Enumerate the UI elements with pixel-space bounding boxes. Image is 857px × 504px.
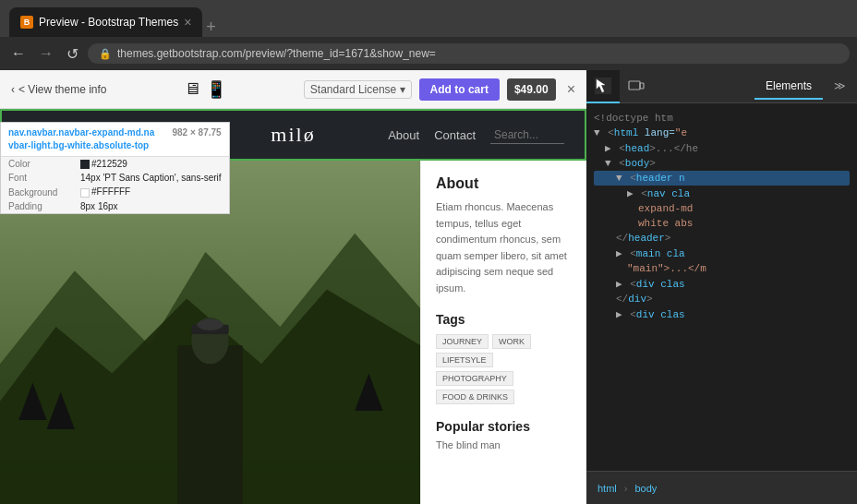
elements-tab[interactable]: Elements: [754, 74, 823, 100]
close-preview-button[interactable]: ×: [567, 81, 575, 98]
dom-div1[interactable]: ▶ <div clas: [594, 276, 850, 292]
site-brand: milø: [271, 123, 315, 147]
dom-div2[interactable]: ▶ <div clas: [594, 306, 850, 322]
nav-about-link[interactable]: About: [388, 128, 419, 142]
dom-body[interactable]: ▼ <body>: [594, 156, 850, 171]
nav-contact-link[interactable]: Contact: [434, 128, 476, 142]
desktop-icon[interactable]: 🖥: [184, 79, 200, 100]
tab-close-button[interactable]: ×: [184, 15, 191, 30]
tag-food[interactable]: FOOD & DRINKS: [436, 390, 514, 404]
tag-photography[interactable]: PHOTOGRAPHY: [436, 371, 513, 386]
dom-head[interactable]: ▶ <head>...</he: [594, 140, 850, 156]
dom-doctype: <!doctype htm: [594, 111, 850, 126]
browser-tabs: B Preview - Bootstrap Themes × +: [9, 0, 216, 37]
dom-nav-class1: expand-md: [594, 201, 850, 216]
new-tab-button[interactable]: +: [206, 18, 216, 37]
svg-rect-11: [629, 81, 640, 90]
tag-lifestyle[interactable]: LIFETSYLE: [436, 353, 493, 367]
active-tab[interactable]: B Preview - Bootstrap Themes ×: [9, 7, 202, 37]
dom-nav[interactable]: ▶ <nav cla: [594, 186, 850, 201]
inspector-font-row: Font 14px 'PT Sans Caption', sans-serif: [1, 171, 229, 185]
add-to-cart-button[interactable]: Add to cart: [419, 78, 500, 101]
back-button[interactable]: ←: [7, 43, 30, 64]
tablet-icon[interactable]: 📱: [206, 79, 226, 100]
dom-main[interactable]: ▶ <main cla: [594, 246, 850, 261]
bg-swatch: [80, 188, 90, 198]
more-tabs-button[interactable]: ≫: [823, 74, 857, 100]
forward-button[interactable]: →: [35, 43, 57, 64]
popular-stories-title: Popular stories: [436, 419, 572, 434]
price-badge: $49.00: [507, 78, 556, 101]
inspector-selector-text: nav.navbar.navbar-expand-md.navbar-light…: [8, 127, 154, 150]
url-text: themes.getbootstrap.com/preview/?theme_i…: [117, 47, 436, 60]
inspector-color-row: Color #212529: [1, 157, 229, 171]
view-theme-label: < View theme info: [18, 83, 107, 96]
dom-header[interactable]: ▼ <header n: [594, 171, 850, 186]
dom-main-content: "main">...</m: [594, 261, 850, 276]
devtools-panel: Elements ≫ <!doctype htm ▼ <html lang="e…: [586, 70, 857, 504]
themes-toolbar: ‹ < View theme info 🖥 📱 Standard License…: [0, 70, 586, 109]
site-right-col: About Etiam rhoncus. Maecenas tempus, te…: [420, 161, 586, 504]
address-bar[interactable]: 🔒 themes.getbootstrap.com/preview/?theme…: [88, 43, 850, 64]
device-toggle-icon: [628, 78, 645, 95]
main-area: ‹ < View theme info 🖥 📱 Standard License…: [0, 70, 857, 504]
dom-arrow[interactable]: ▼: [594, 127, 600, 138]
lock-icon: 🔒: [99, 48, 112, 60]
refresh-button[interactable]: ↺: [63, 43, 82, 65]
license-select[interactable]: Standard License ▾: [304, 80, 412, 99]
inspector-selector: 982 × 87.75 nav.navbar.navbar-expand-md.…: [1, 123, 229, 157]
inspector-dimensions: 982 × 87.75: [173, 126, 222, 139]
browser-chrome: B Preview - Bootstrap Themes × +: [0, 0, 857, 37]
inspector-background-row: Background #FFFFFF: [1, 185, 229, 198]
dom-html[interactable]: ▼ <html lang="e: [594, 126, 850, 140]
element-picker-icon: [595, 78, 611, 94]
view-theme-info-button[interactable]: ‹ < View theme info: [11, 83, 107, 96]
dom-div1-close: </div>: [594, 292, 850, 306]
element-picker-button[interactable]: [586, 70, 620, 103]
nav-search-input[interactable]: [490, 126, 564, 144]
color-swatch: [80, 160, 90, 169]
about-text: Etiam rhoncus. Maecenas tempus, tellus e…: [436, 199, 572, 297]
tag-work[interactable]: WORK: [492, 334, 531, 349]
tag-journey[interactable]: JOURNEY: [436, 334, 489, 349]
devtools-breadcrumb: html › body: [586, 471, 857, 504]
breadcrumb-body[interactable]: body: [634, 483, 657, 494]
dom-nav-class2: white abs: [594, 216, 850, 231]
dom-header-close: </header>: [594, 231, 850, 246]
device-icons: 🖥 📱: [184, 79, 226, 100]
svg-rect-12: [640, 83, 644, 89]
inspector-padding-row: Padding 8px 16px: [1, 199, 229, 213]
device-toggle-button[interactable]: [620, 70, 653, 103]
svg-point-9: [197, 319, 223, 330]
view-theme-icon: ‹: [11, 83, 15, 96]
breadcrumb-html[interactable]: html: [597, 483, 617, 494]
tags-title: Tags: [436, 312, 572, 327]
devtools-toolbar: Elements ≫: [586, 70, 857, 103]
inspector-popup: 982 × 87.75 nav.navbar.navbar-expand-md.…: [0, 122, 230, 214]
preview-pane: ‹ < View theme info 🖥 📱 Standard License…: [0, 70, 586, 504]
svg-rect-6: [177, 345, 243, 504]
tab-favicon: B: [20, 16, 33, 29]
popular-story-item: The blind man: [436, 439, 572, 450]
devtools-dom-tree: <!doctype htm ▼ <html lang="e ▶ <head>..…: [586, 103, 857, 471]
about-title: About: [436, 175, 572, 192]
tags-list: JOURNEY WORK LIFETSYLE PHOTOGRAPHY FOOD …: [436, 334, 572, 404]
browser-toolbar: ← → ↺ 🔒 themes.getbootstrap.com/preview/…: [0, 37, 857, 70]
tab-title: Preview - Bootstrap Themes: [39, 16, 178, 29]
nav-links-right: About Contact: [388, 126, 564, 144]
